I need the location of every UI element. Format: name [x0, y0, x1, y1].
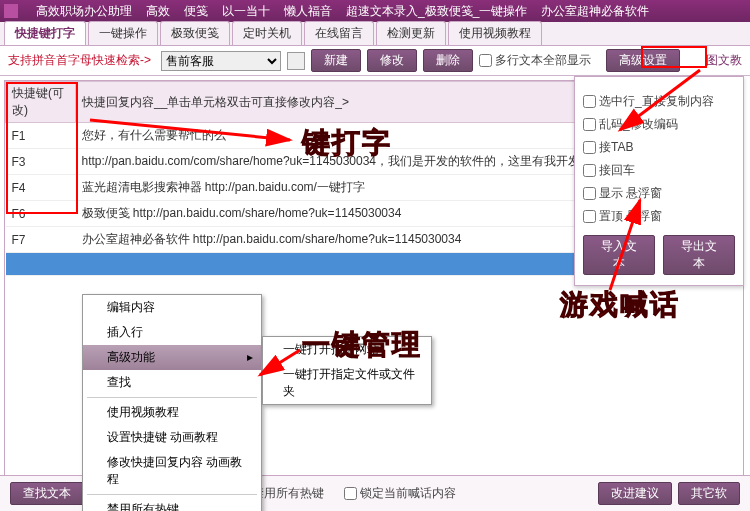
support-label: 支持拼音首字母快速检索-> — [8, 52, 151, 69]
advanced-panel: 选中行_直接复制内容 乱码_修改编码 接TAB 接回车 显示 悬浮窗 置顶 悬浮… — [574, 76, 744, 286]
tab-video-tutorial[interactable]: 使用视频教程 — [448, 21, 542, 45]
menu-item[interactable]: 高效 — [146, 3, 170, 20]
sub-open-website[interactable]: 一键打开指定网站 — [263, 337, 431, 362]
col-hotkey[interactable]: 快捷键(可改) — [6, 82, 76, 123]
export-text-button[interactable]: 导出文本 — [663, 235, 735, 275]
app-icon — [4, 4, 18, 18]
advanced-settings-button[interactable]: 高级设置 — [606, 49, 680, 72]
chevron-right-icon: ▸ — [247, 350, 253, 364]
suggest-button[interactable]: 改进建议 — [598, 482, 672, 505]
context-menu: 编辑内容 插入行 高级功能▸ 查找 使用视频教程 设置快捷键 动画教程 修改快捷… — [82, 294, 262, 511]
menubar: 高效职场办公助理 高效 便笺 以一当十 懒人福音 超速文本录入_极致便笺_一键操… — [0, 0, 750, 22]
edit-button[interactable]: 修改 — [367, 49, 417, 72]
tab-one-click[interactable]: 一键操作 — [88, 21, 158, 45]
menu-item[interactable]: 懒人福音 — [284, 3, 332, 20]
new-button[interactable]: 新建 — [311, 49, 361, 72]
menu-item[interactable]: 以一当十 — [222, 3, 270, 20]
opt-append-tab[interactable]: 接TAB — [583, 139, 735, 156]
category-select[interactable]: 售前客服 — [161, 51, 281, 71]
tab-hotkey-typing[interactable]: 快捷键打字 — [4, 21, 86, 45]
menu-item[interactable]: 便笺 — [184, 3, 208, 20]
ctx-advanced[interactable]: 高级功能▸ — [83, 345, 261, 370]
ctx-edit-reply-tutorial[interactable]: 修改快捷回复内容 动画教程 — [83, 450, 261, 492]
ctx-insert-row[interactable]: 插入行 — [83, 320, 261, 345]
tab-shutdown-timer[interactable]: 定时关机 — [232, 21, 302, 45]
sub-open-file[interactable]: 一键打开指定文件或文件夹 — [263, 362, 431, 404]
tab-check-update[interactable]: 检测更新 — [376, 21, 446, 45]
separator — [87, 494, 257, 495]
other-software-button[interactable]: 其它软 — [678, 482, 740, 505]
toolbar: 支持拼音首字母快速检索-> 售前客服 新建 修改 删除 多行文本全部显示 高级设… — [0, 46, 750, 76]
help-link[interactable]: 图文教 — [706, 52, 742, 69]
ctx-set-hotkey-tutorial[interactable]: 设置快捷键 动画教程 — [83, 425, 261, 450]
context-submenu: 一键打开指定网站 一键打开指定文件或文件夹 — [262, 336, 432, 405]
menu-item[interactable]: 超速文本录入_极致便笺_一键操作 — [346, 3, 527, 20]
multiline-checkbox[interactable]: 多行文本全部显示 — [479, 52, 591, 69]
import-text-button[interactable]: 导入文本 — [583, 235, 655, 275]
tabbar: 快捷键打字 一键操作 极致便笺 定时关机 在线留言 检测更新 使用视频教程 — [0, 22, 750, 46]
delete-button[interactable]: 删除 — [423, 49, 473, 72]
tab-sticky-notes[interactable]: 极致便笺 — [160, 21, 230, 45]
menu-item[interactable]: 办公室超神必备软件 — [541, 3, 649, 20]
opt-pin-float[interactable]: 置顶 悬浮窗 — [583, 208, 735, 225]
opt-copy-selected[interactable]: 选中行_直接复制内容 — [583, 93, 735, 110]
opt-append-enter[interactable]: 接回车 — [583, 162, 735, 179]
ctx-edit-content[interactable]: 编辑内容 — [83, 295, 261, 320]
opt-fix-encoding[interactable]: 乱码_修改编码 — [583, 116, 735, 133]
separator — [87, 397, 257, 398]
opt-show-float[interactable]: 显示 悬浮窗 — [583, 185, 735, 202]
tab-online-message[interactable]: 在线留言 — [304, 21, 374, 45]
search-text-button[interactable]: 查找文本 — [10, 482, 84, 505]
search-button[interactable] — [287, 52, 305, 70]
ctx-video-tutorial[interactable]: 使用视频教程 — [83, 400, 261, 425]
content-area: 快捷键(可改) 快捷回复内容__单击单元格双击可直接修改内容_> F1您好，有什… — [0, 76, 750, 486]
ctx-disable-hotkeys[interactable]: 禁用所有热键 — [83, 497, 261, 511]
lock-shout-content[interactable]: 锁定当前喊话内容 — [344, 485, 456, 502]
menu-item[interactable]: 高效职场办公助理 — [36, 3, 132, 20]
ctx-find[interactable]: 查找 — [83, 370, 261, 395]
